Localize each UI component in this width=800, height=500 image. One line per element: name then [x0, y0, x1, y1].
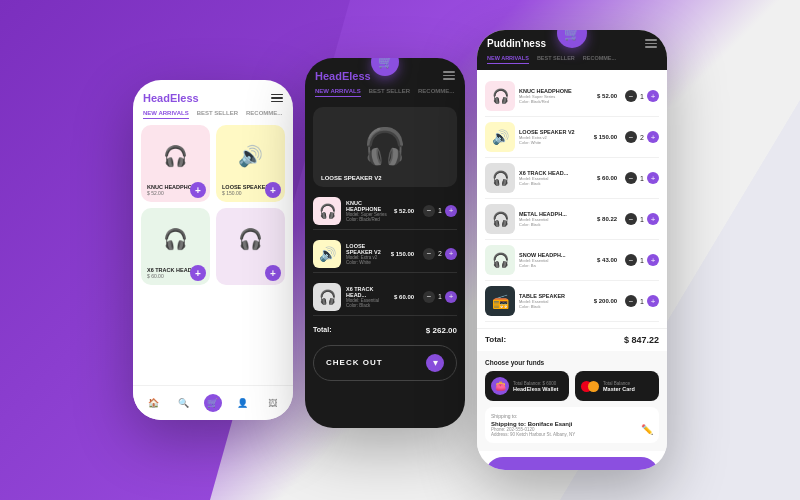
product-grid: 🎧 KNUC HEADPHONE $ 52.00 + 🔊 LOOSE SPEAK… — [133, 125, 293, 285]
checkout-item-color: Color: White — [519, 140, 590, 145]
cart-item: 🔊 LOOSE SPEAKER V2 Model: Extra v2 Color… — [313, 236, 457, 273]
quantity-decrease-button[interactable]: − — [423, 291, 435, 303]
cart-item-info: X6 TRACK HEAD... Model: Essential Color:… — [346, 286, 389, 308]
total-label: Total: — [313, 326, 332, 335]
tab-recommended[interactable]: RECOMME... — [583, 55, 616, 64]
cart-item-thumbnail: 🎧 — [313, 197, 341, 225]
tab-best-seller[interactable]: BEST SELLER — [197, 110, 238, 119]
checkout-cart-item: 🔊 LOOSE SPEAKER V2 Model: Extra v2 Color… — [485, 117, 659, 158]
quantity-increase-button[interactable]: + — [445, 291, 457, 303]
mastercard-info: Total Balance Master Card — [603, 381, 653, 392]
cart-item-price: $ 60.00 — [394, 294, 414, 300]
quantity-increase-button[interactable]: + — [647, 131, 659, 143]
payment-section-title: Choose your funds — [485, 359, 659, 366]
phone2-logo: HeadEless — [315, 70, 371, 82]
quantity-control: − 1 + — [625, 213, 659, 225]
wallet-info: Total Balance: $ 6000 HeadEless Wallet — [513, 381, 563, 392]
phone-cart: 🛒 HeadEless NEW ARRIVALS BEST SELLER REC… — [305, 58, 465, 428]
quantity-value: 1 — [640, 298, 644, 305]
checkout-cart-list: 🎧 KNUC HEADPHONE Model: Super Series Col… — [477, 70, 667, 328]
edit-shipping-icon[interactable]: ✏️ — [641, 424, 653, 435]
phone1-header: HeadEless — [133, 80, 293, 110]
tab-new-arrivals[interactable]: NEW ARRIVALS — [315, 88, 361, 97]
nav-gallery-icon[interactable]: 🖼 — [263, 394, 281, 412]
checkout-item-info: SNOW HEADPH... Model: Essential Color: B… — [519, 252, 593, 268]
quantity-increase-button[interactable]: + — [647, 90, 659, 102]
checkout-item-thumbnail: 🎧 — [485, 163, 515, 193]
wallet-icon: 👛 — [491, 377, 509, 395]
checkout-item-info: METAL HEADPH... Model: Essential Color: … — [519, 211, 593, 227]
cart-item-info: LOOSE SPEAKER V2 Model: Extra v2 Color: … — [346, 243, 386, 265]
quantity-decrease-button[interactable]: − — [625, 131, 637, 143]
quantity-decrease-button[interactable]: − — [625, 172, 637, 184]
cart-item-name: LOOSE SPEAKER V2 — [346, 243, 386, 255]
checkout-item-color: Color: Ba — [519, 263, 593, 268]
quantity-decrease-button[interactable]: − — [423, 205, 435, 217]
quantity-increase-button[interactable]: + — [647, 295, 659, 307]
quantity-decrease-button[interactable]: − — [625, 254, 637, 266]
add-to-cart-button[interactable]: + — [265, 265, 281, 281]
checkout-item-thumbnail: 🎧 — [485, 81, 515, 111]
tab-best-seller[interactable]: BEST SELLER — [369, 88, 410, 97]
product-image-x6: 🎧 — [147, 214, 204, 264]
add-to-cart-button[interactable]: + — [190, 265, 206, 281]
tab-new-arrivals[interactable]: NEW ARRIVALS — [487, 55, 529, 64]
checkout-item-color: Color: Black/Red — [519, 99, 593, 104]
payment-button[interactable]: PAYMENT — [485, 457, 659, 470]
phone1-logo: HeadEless — [143, 92, 199, 104]
nav-search-icon[interactable]: 🔍 — [174, 394, 192, 412]
quantity-increase-button[interactable]: + — [647, 172, 659, 184]
product-card-x6: 🎧 X6 TRACK HEADPH... $ 60.00 + — [141, 208, 210, 285]
quantity-decrease-button[interactable]: − — [625, 90, 637, 102]
hamburger-menu-icon[interactable] — [443, 71, 455, 80]
checkout-item-price: $ 200.00 — [594, 298, 617, 304]
add-to-cart-button[interactable]: + — [190, 182, 206, 198]
quantity-value: 2 — [438, 250, 442, 257]
nav-home-icon[interactable]: 🏠 — [145, 394, 163, 412]
checkout-item-color: Color: Black — [519, 222, 593, 227]
cart-item: 🎧 X6 TRACK HEAD... Model: Essential Colo… — [313, 279, 457, 316]
quantity-decrease-button[interactable]: − — [625, 213, 637, 225]
product-card-headphone: 🎧 KNUC HEADPHONE $ 52.00 + — [141, 125, 210, 202]
checkout-cart-item: 🎧 X6 TRACK HEAD... Model: Essential Colo… — [485, 158, 659, 199]
checkout-item-info: KNUC HEADPHONE Model: Super Series Color… — [519, 88, 593, 104]
shipping-address: Address: 90 Ketch Harbour St. Albany, NY — [491, 432, 575, 437]
mastercard-name: Master Card — [603, 386, 653, 392]
checkout-button[interactable]: CHECK OUT ▾ — [313, 345, 457, 381]
checkout-item-price: $ 80.22 — [597, 216, 617, 222]
cart-item-model: Model: Super Series — [346, 212, 389, 217]
product-image-extra: 🎧 — [222, 214, 279, 264]
tab-recommended[interactable]: RECOMME... — [418, 88, 454, 97]
wallet-payment-option[interactable]: 👛 Total Balance: $ 6000 HeadEless Wallet — [485, 371, 569, 401]
quantity-decrease-button[interactable]: − — [625, 295, 637, 307]
checkout-item-price: $ 43.00 — [597, 257, 617, 263]
quantity-control: − 1 + — [423, 291, 457, 303]
checkout-total: Total: $ 847.22 — [477, 328, 667, 351]
tab-new-arrivals[interactable]: NEW ARRIVALS — [143, 110, 189, 119]
add-to-cart-button[interactable]: + — [265, 182, 281, 198]
shipping-info: Shipping to: Shipping to: Boniface Esanj… — [485, 407, 659, 443]
phone3-title: Puddin'ness — [487, 38, 546, 49]
cart-item-price: $ 52.00 — [394, 208, 414, 214]
cart-item-thumbnail: 🔊 — [313, 240, 341, 268]
quantity-increase-button[interactable]: + — [647, 213, 659, 225]
nav-cart-icon[interactable]: 🛒 — [204, 394, 222, 412]
checkout-cart-item: 🎧 KNUC HEADPHONE Model: Super Series Col… — [485, 76, 659, 117]
phone3-tabs: NEW ARRIVALS BEST SELLER RECOMME... — [477, 55, 667, 70]
mastercard-payment-option[interactable]: Total Balance Master Card — [575, 371, 659, 401]
quantity-increase-button[interactable]: + — [445, 248, 457, 260]
quantity-value: 1 — [438, 207, 442, 214]
hamburger-menu-icon[interactable] — [645, 39, 657, 48]
checkout-item-info: LOOSE SPEAKER V2 Model: Extra v2 Color: … — [519, 129, 590, 145]
quantity-increase-button[interactable]: + — [445, 205, 457, 217]
bottom-navigation: 🏠 🔍 🛒 👤 🖼 — [133, 385, 293, 420]
quantity-decrease-button[interactable]: − — [423, 248, 435, 260]
quantity-increase-button[interactable]: + — [647, 254, 659, 266]
nav-profile-icon[interactable]: 👤 — [234, 394, 252, 412]
hamburger-menu-icon[interactable] — [271, 94, 283, 103]
tab-best-seller[interactable]: BEST SELLER — [537, 55, 575, 64]
checkout-label: CHECK OUT — [326, 358, 383, 367]
cart-item-name: KNUC HEADPHONE — [346, 200, 389, 212]
product-card-speaker: 🔊 LOOSE SPEAKER V2 $ 150.00 + — [216, 125, 285, 202]
tab-recommended[interactable]: RECOMME... — [246, 110, 282, 119]
